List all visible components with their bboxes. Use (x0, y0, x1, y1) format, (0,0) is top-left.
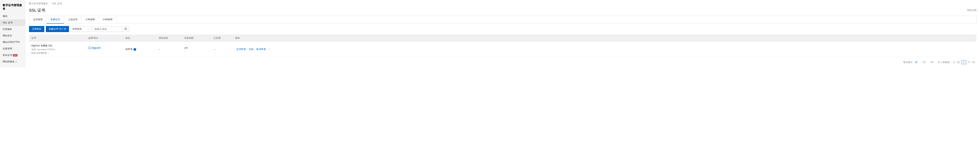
col-header-action: 操作 (235, 36, 974, 40)
status-filter-select[interactable]: 全部状态 (70, 26, 91, 32)
tabs: 证书管理 免费证书 上传证书 订单管理 CSR管理 (29, 16, 977, 24)
svg-line-1 (126, 29, 127, 30)
search-input[interactable] (93, 27, 122, 32)
more-actions-icon[interactable]: ⋮ (267, 48, 272, 51)
table-header: 证书 品牌/算法 状态 绑定域名 有效期限 已部署 操作 (29, 34, 977, 42)
status-text: 待申请 (126, 48, 132, 51)
toolbar: 立即购买 创建证书 19 / 20 全部状态 (29, 26, 977, 32)
action-cancel[interactable]: 取消申请 (255, 48, 267, 51)
help-link[interactable]: 帮助文档 (967, 9, 977, 12)
sidebar-item-proxy-https[interactable]: 网站代理HTTPS (0, 39, 25, 45)
prev-page[interactable]: 上一页 (951, 61, 960, 64)
info-icon[interactable]: ! (134, 48, 136, 51)
tab-cert-manage[interactable]: 证书管理 (29, 16, 47, 23)
table-row: DigiCert 免费版 SSL 实例: cas-ivauto-P78U13 标… (29, 42, 977, 57)
validity-text: 1年 (184, 47, 214, 50)
search-box (92, 26, 129, 32)
total-label: 共 1 条数据 (938, 61, 950, 64)
sidebar-item-overview[interactable]: 概览 (0, 13, 25, 19)
next-page[interactable]: 下一页 (968, 61, 977, 64)
col-header-validity: 有效期限 (184, 36, 214, 40)
action-apply[interactable]: 证书申请 (235, 48, 247, 51)
cert-name: DigiCert 免费版 SSL (31, 44, 88, 47)
breadcrumb: 数字证书管理服务 / SSL 证书 (29, 2, 977, 7)
page-size-20[interactable]: 20 (922, 61, 926, 64)
digicert-icon (88, 46, 91, 49)
cert-instance: 实例: cas-ivauto-P78U13 (31, 48, 88, 51)
col-header-deployed: 已部署 (214, 36, 235, 40)
sidebar-title: 数字证书管理服务 (0, 2, 25, 13)
svg-point-2 (89, 47, 91, 49)
svg-point-0 (125, 28, 126, 29)
domain-cell: -- (159, 48, 184, 51)
action-upgrade[interactable]: 升级 (248, 48, 255, 51)
main-content: 数字证书管理服务 / SSL 证书 SSL 证书 帮助文档 证书管理 免费证书 … (25, 0, 980, 67)
pencil-icon[interactable] (48, 52, 49, 54)
tab-order-manage[interactable]: 订单管理 (81, 16, 99, 23)
per-page-label: 每页显示 (903, 61, 913, 64)
cert-table: 证书 品牌/算法 状态 绑定域名 有效期限 已部署 操作 DigiCert 免费… (29, 34, 977, 57)
tab-csr-manage[interactable]: CSR管理 (99, 16, 117, 23)
col-header-brand: 品牌/算法 (88, 36, 126, 40)
chevron-right-icon (975, 61, 977, 63)
sidebar-item-hosting[interactable]: 托管服务 (0, 26, 25, 32)
sidebar-item-security[interactable]: 网站安全 (0, 32, 25, 39)
chevron-down-icon (88, 28, 89, 30)
sidebar-item-info[interactable]: 信息管理 (0, 45, 25, 52)
brand-sub: - (88, 50, 126, 53)
buy-button[interactable]: 立即购买 (29, 26, 44, 32)
new-badge: new (13, 54, 18, 56)
breadcrumb-current: SSL 证书 (52, 2, 62, 5)
sidebar-item-ssl[interactable]: SSL 证书 (0, 19, 25, 26)
validity-sub: -- (184, 50, 214, 52)
external-link-icon (15, 61, 17, 63)
page-title: SSL 证书 (29, 8, 45, 13)
page-size-50[interactable]: 50 (930, 61, 934, 64)
deployed-cell: -- (214, 48, 235, 51)
pagination: 每页显示 10 | 20 | 50 共 1 条数据 上一页 1 下一页 (29, 57, 977, 67)
col-header-domain: 绑定域名 (159, 36, 184, 40)
cert-tags: 标签:未设置标签 (31, 52, 88, 55)
col-header-cert: 证书 (31, 36, 88, 40)
page-size-10[interactable]: 10 (914, 61, 918, 64)
col-header-status: 状态 (126, 36, 159, 40)
page-current[interactable]: 1 (961, 60, 966, 64)
search-icon (124, 27, 127, 30)
search-button[interactable] (122, 27, 129, 32)
brand-logo: digicert (88, 46, 126, 49)
create-cert-button[interactable]: 创建证书 19 / 20 (46, 26, 69, 32)
tab-upload-cert[interactable]: 上传证书 (64, 16, 81, 23)
sidebar: 数字证书管理服务 概览 SSL 证书 托管服务 网站安全 网站代理HTTPS 信… (0, 0, 25, 67)
sidebar-item-private-cert[interactable]: 私有证书 new (0, 52, 25, 58)
tab-free-cert[interactable]: 免费证书 (47, 16, 64, 24)
sidebar-item-anti-tamper[interactable]: 网站防篡改 (0, 58, 25, 65)
breadcrumb-root[interactable]: 数字证书管理服务 (29, 2, 48, 5)
